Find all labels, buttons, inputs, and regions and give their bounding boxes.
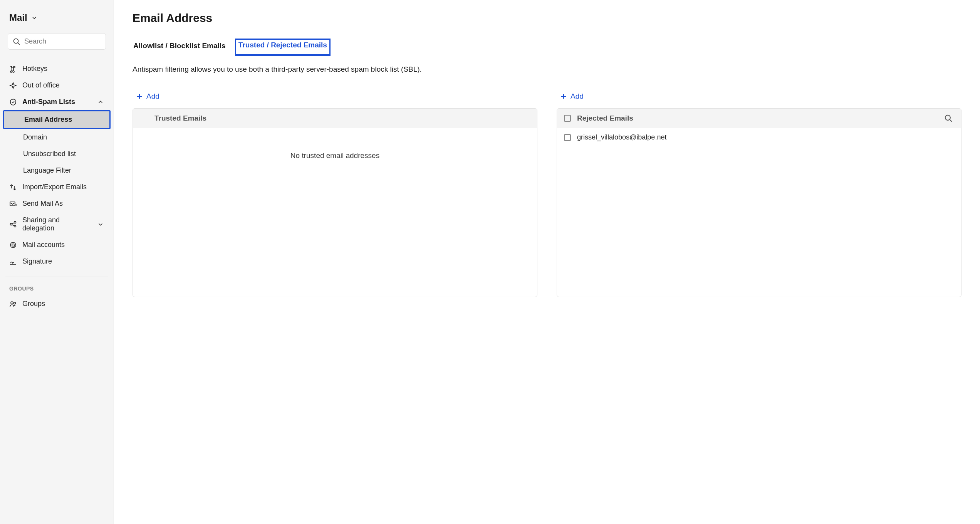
sidebar-sub-item-email-address[interactable]: Email Address [3, 110, 111, 129]
sidebar-sub-item-language-filter[interactable]: Language Filter [5, 162, 108, 179]
trusted-empty-state: No trusted email addresses [133, 128, 537, 183]
main-content: Email Address Allowlist / Blocklist Emai… [114, 0, 980, 524]
svg-point-15 [945, 115, 950, 120]
nav-label: Out of office [22, 81, 60, 89]
nav-label: Language Filter [23, 166, 71, 174]
trusted-panel-header: Trusted Emails [133, 109, 537, 128]
chevron-up-icon [97, 98, 104, 106]
svg-line-16 [950, 119, 952, 122]
signature-icon [9, 258, 17, 265]
plus-icon [560, 92, 567, 100]
nav-label: Unsubscribed list [23, 150, 76, 158]
sidebar-item-groups[interactable]: Groups [5, 296, 108, 312]
svg-point-0 [14, 39, 18, 43]
command-icon [9, 65, 17, 73]
trusted-panel: Add Trusted Emails No trusted email addr… [133, 89, 537, 297]
at-icon [9, 241, 17, 249]
sidebar-sub-item-domain[interactable]: Domain [5, 129, 108, 146]
sidebar-item-sharing[interactable]: Sharing and delegation [5, 212, 108, 237]
sidebar-item-send-mail-as[interactable]: Send Mail As [5, 195, 108, 212]
rejected-list-row[interactable]: grissel_villalobos@ibalpe.net [557, 128, 961, 146]
nav-label: Domain [23, 133, 47, 141]
sidebar-item-mail-accounts[interactable]: Mail accounts [5, 237, 108, 253]
import-export-icon [9, 183, 17, 191]
section-heading-groups: GROUPS [5, 282, 108, 296]
section-divider [5, 277, 108, 277]
svg-point-5 [14, 225, 16, 227]
svg-line-1 [18, 43, 20, 45]
add-label: Add [571, 92, 584, 101]
shield-icon [9, 98, 17, 106]
select-all-checkbox[interactable] [564, 115, 571, 122]
svg-rect-2 [10, 202, 15, 206]
tabs: Allowlist / Blocklist Emails Trusted / R… [133, 39, 962, 55]
nav-list: Hotkeys Out of office Anti-Spam Lists Em… [5, 60, 108, 270]
svg-point-9 [11, 302, 13, 304]
sidebar-item-signature[interactable]: Signature [5, 253, 108, 270]
svg-point-10 [14, 302, 16, 304]
nav-label: Mail accounts [22, 241, 65, 249]
nav-label: Import/Export Emails [22, 183, 87, 191]
svg-line-6 [12, 223, 14, 224]
sidebar-sub-item-unsubscribed[interactable]: Unsubscribed list [5, 146, 108, 162]
sidebar-title: Mail [9, 12, 27, 23]
rejected-panel: Add Rejected Emails grissel_villalobos@i… [557, 89, 962, 297]
nav-label: Hotkeys [22, 65, 47, 73]
nav-label: Anti-Spam Lists [22, 98, 75, 106]
svg-point-8 [12, 244, 14, 246]
people-icon [9, 300, 17, 308]
email-value: grissel_villalobos@ibalpe.net [577, 133, 666, 141]
nav-label: Signature [22, 257, 52, 265]
search-icon [13, 38, 20, 45]
search-rejected-icon[interactable] [944, 114, 953, 123]
search-box[interactable] [8, 33, 106, 50]
chevron-down-icon [30, 14, 38, 22]
svg-line-7 [12, 225, 14, 226]
add-rejected-button[interactable]: Add [557, 89, 587, 104]
description-text: Antispam filtering allows you to use bot… [133, 65, 962, 74]
rejected-list-box: Rejected Emails grissel_villalobos@ibalp… [557, 108, 962, 297]
svg-point-3 [10, 223, 12, 225]
svg-point-4 [14, 222, 16, 223]
share-icon [9, 220, 17, 228]
page-title: Email Address [133, 12, 962, 25]
tab-label: Trusted / Rejected Emails [238, 41, 327, 49]
panels: Add Trusted Emails No trusted email addr… [133, 89, 962, 297]
send-as-icon [9, 200, 17, 208]
tab-label: Allowlist / Blocklist Emails [133, 42, 226, 50]
trusted-list-box: Trusted Emails No trusted email addresse… [133, 108, 537, 297]
chevron-down-icon [97, 220, 104, 228]
row-checkbox[interactable] [564, 134, 571, 141]
sidebar-item-hotkeys[interactable]: Hotkeys [5, 60, 108, 77]
nav-label: Email Address [24, 116, 72, 123]
nav-label: Send Mail As [22, 200, 63, 208]
tab-trusted-rejected[interactable]: Trusted / Rejected Emails [235, 39, 331, 56]
nav-label: Sharing and delegation [22, 216, 91, 232]
plus-icon [136, 92, 143, 100]
sidebar-item-import-export[interactable]: Import/Export Emails [5, 179, 108, 195]
panel-title: Trusted Emails [154, 114, 529, 123]
tab-allowlist-blocklist[interactable]: Allowlist / Blocklist Emails [133, 39, 227, 55]
rejected-panel-header: Rejected Emails [557, 109, 961, 128]
panel-title: Rejected Emails [577, 114, 938, 123]
airplane-icon [9, 82, 17, 89]
add-label: Add [146, 92, 159, 101]
sidebar-item-anti-spam[interactable]: Anti-Spam Lists [5, 94, 108, 110]
sidebar-item-out-of-office[interactable]: Out of office [5, 77, 108, 94]
search-input[interactable] [24, 37, 101, 45]
nav-label: Groups [22, 300, 45, 308]
sidebar-header-dropdown[interactable]: Mail [5, 9, 108, 26]
add-trusted-button[interactable]: Add [133, 89, 163, 104]
sidebar: Mail Hotkeys Out of office Anti-S [0, 0, 114, 524]
